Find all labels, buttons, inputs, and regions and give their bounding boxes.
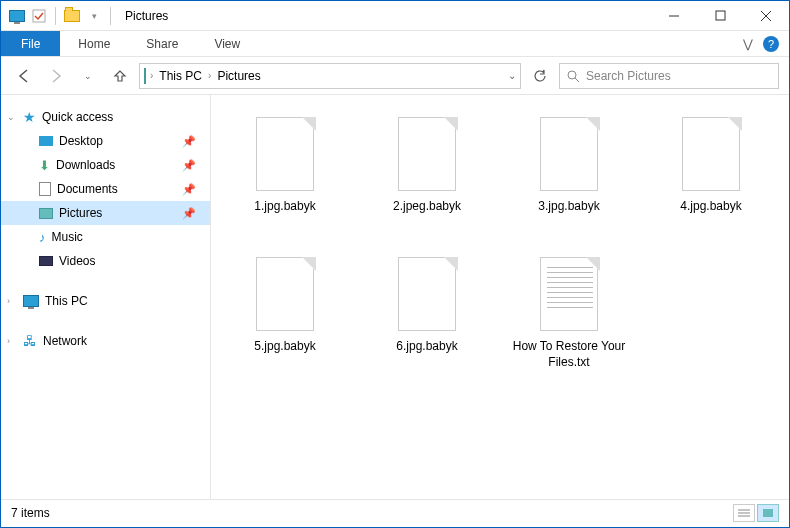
refresh-button[interactable] <box>527 63 553 89</box>
sidebar-item-label: Documents <box>57 182 118 196</box>
svg-rect-2 <box>716 11 725 20</box>
file-tab[interactable]: File <box>1 31 60 56</box>
file-item[interactable]: 6.jpg.babyk <box>361 251 493 391</box>
chevron-right-icon[interactable]: › <box>208 70 211 81</box>
chevron-right-icon[interactable]: › <box>150 70 153 81</box>
ribbon: File Home Share View ⋁ ? <box>1 31 789 57</box>
file-label: 4.jpg.babyk <box>680 199 741 215</box>
file-label: 3.jpg.babyk <box>538 199 599 215</box>
svg-rect-0 <box>33 10 45 22</box>
file-icon <box>395 255 459 333</box>
sidebar-item-label: This PC <box>45 294 88 308</box>
file-item[interactable]: 2.jpeg.babyk <box>361 111 493 251</box>
svg-rect-10 <box>763 509 773 517</box>
tab-share[interactable]: Share <box>128 31 196 56</box>
file-item[interactable]: 4.jpg.babyk <box>645 111 777 251</box>
sidebar-item-network[interactable]: ›🖧Network <box>1 329 210 353</box>
forward-button[interactable] <box>43 63 69 89</box>
back-button[interactable] <box>11 63 37 89</box>
recent-dropdown-icon[interactable]: ⌄ <box>75 63 101 89</box>
file-icon <box>679 115 743 193</box>
window-title: Pictures <box>125 9 168 23</box>
sidebar-item-label: Pictures <box>59 206 102 220</box>
folder-icon <box>62 6 82 26</box>
breadcrumb[interactable]: This PC <box>157 69 204 83</box>
file-item[interactable]: 1.jpg.babyk <box>219 111 351 251</box>
status-count: 7 items <box>11 506 50 520</box>
sidebar-item-label: Videos <box>59 254 95 268</box>
downloads-icon: ⬇ <box>39 158 50 173</box>
chevron-right-icon[interactable]: › <box>7 296 10 306</box>
address-dropdown-icon[interactable]: ⌄ <box>508 70 516 81</box>
view-icons-button[interactable] <box>757 504 779 522</box>
sidebar-item-downloads[interactable]: ⬇Downloads📌 <box>1 153 210 177</box>
file-label: 2.jpeg.babyk <box>393 199 461 215</box>
file-icon <box>537 115 601 193</box>
star-icon: ★ <box>23 109 36 125</box>
sidebar-item-label: Desktop <box>59 134 103 148</box>
svg-point-5 <box>568 71 576 79</box>
statusbar: 7 items <box>1 499 789 525</box>
titlebar: ▾ Pictures <box>1 1 789 31</box>
search-input[interactable]: Search Pictures <box>559 63 779 89</box>
sidebar-item-label: Network <box>43 334 87 348</box>
file-icon <box>253 115 317 193</box>
network-icon: 🖧 <box>23 333 37 349</box>
tab-home[interactable]: Home <box>60 31 128 56</box>
pin-icon: 📌 <box>182 207 196 220</box>
files-pane[interactable]: 1.jpg.babyk2.jpeg.babyk3.jpg.babyk4.jpg.… <box>211 95 789 499</box>
pictures-icon <box>39 208 53 219</box>
sidebar-item-pictures[interactable]: Pictures📌 <box>1 201 210 225</box>
sidebar: ⌄★Quick access Desktop📌⬇Downloads📌Docume… <box>1 95 211 499</box>
tab-view[interactable]: View <box>196 31 258 56</box>
pin-icon: 📌 <box>182 159 196 172</box>
view-details-button[interactable] <box>733 504 755 522</box>
sidebar-item-quick-access[interactable]: ⌄★Quick access <box>1 105 210 129</box>
file-item[interactable]: 3.jpg.babyk <box>503 111 635 251</box>
file-label: 5.jpg.babyk <box>254 339 315 355</box>
monitor-icon <box>23 295 39 307</box>
address-bar[interactable]: › This PC › Pictures ⌄ <box>139 63 521 89</box>
sidebar-item-music[interactable]: ♪Music <box>1 225 210 249</box>
up-button[interactable] <box>107 63 133 89</box>
chevron-down-icon[interactable]: ⌄ <box>7 112 15 122</box>
qat-checkbox-icon[interactable] <box>29 6 49 26</box>
sidebar-item-documents[interactable]: Documents📌 <box>1 177 210 201</box>
help-icon[interactable]: ? <box>763 36 779 52</box>
navbar: ⌄ › This PC › Pictures ⌄ Search Pictures <box>1 57 789 95</box>
sidebar-item-label: Quick access <box>42 110 113 124</box>
breadcrumb[interactable]: Pictures <box>215 69 262 83</box>
minimize-button[interactable] <box>651 1 697 31</box>
qat-dropdown-icon[interactable]: ▾ <box>84 6 104 26</box>
app-icon <box>7 6 27 26</box>
pin-icon: 📌 <box>182 183 196 196</box>
maximize-button[interactable] <box>697 1 743 31</box>
music-icon: ♪ <box>39 230 46 245</box>
file-item[interactable]: How To Restore Your Files.txt <box>503 251 635 391</box>
desktop-icon <box>39 136 53 146</box>
file-icon <box>253 255 317 333</box>
pictures-icon <box>144 69 146 83</box>
file-label: 6.jpg.babyk <box>396 339 457 355</box>
close-button[interactable] <box>743 1 789 31</box>
search-icon <box>566 69 580 83</box>
svg-line-6 <box>575 78 579 82</box>
chevron-right-icon[interactable]: › <box>7 336 10 346</box>
file-item[interactable]: 5.jpg.babyk <box>219 251 351 391</box>
ribbon-expand-icon[interactable]: ⋁ <box>743 37 753 51</box>
sidebar-item-this-pc[interactable]: ›This PC <box>1 289 210 313</box>
documents-icon <box>39 182 51 196</box>
sidebar-item-desktop[interactable]: Desktop📌 <box>1 129 210 153</box>
file-icon <box>395 115 459 193</box>
pin-icon: 📌 <box>182 135 196 148</box>
search-placeholder: Search Pictures <box>586 69 671 83</box>
videos-icon <box>39 256 53 266</box>
sidebar-item-videos[interactable]: Videos <box>1 249 210 273</box>
sidebar-item-label: Downloads <box>56 158 115 172</box>
file-icon <box>537 255 601 333</box>
file-label: How To Restore Your Files.txt <box>509 339 629 370</box>
file-label: 1.jpg.babyk <box>254 199 315 215</box>
sidebar-item-label: Music <box>52 230 83 244</box>
